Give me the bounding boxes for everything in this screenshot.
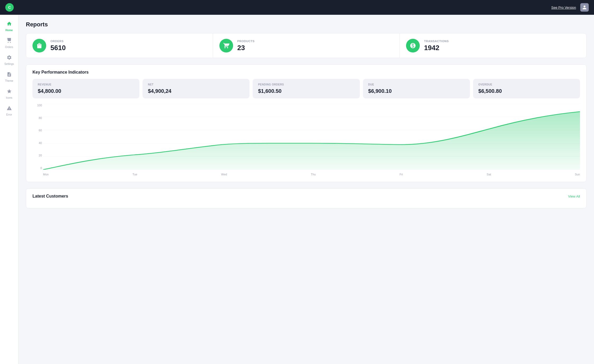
stat-info-orders: ORDERS 5610	[50, 40, 66, 52]
orders-icon	[7, 38, 12, 45]
avatar[interactable]	[580, 3, 589, 12]
main-content: Reports ORDERS 5610 PRODUCTS	[18, 15, 594, 364]
kpi-value-pending: $1,600.50	[258, 88, 354, 94]
kpi-card-net: NET $4,900,24	[143, 79, 249, 98]
sidebar-item-theme[interactable]: Theme	[1, 70, 17, 84]
sidebar-item-home[interactable]: Home	[1, 19, 17, 34]
kpi-label-net: NET	[148, 83, 244, 86]
main-layout: Home Orders Settings Theme	[0, 15, 594, 364]
chart-x-labels: Mon Tue Wed Thu Fri Sat Sun	[43, 171, 580, 178]
x-label-sun: Sun	[575, 173, 580, 176]
x-label-thu: Thu	[311, 173, 316, 176]
y-label-40: 40	[32, 141, 42, 145]
y-label-80: 80	[32, 116, 42, 119]
stat-value-orders: 5610	[50, 44, 66, 52]
x-label-fri: Fri	[399, 173, 403, 176]
stat-label-transactions: TRANSACTIONS	[424, 40, 449, 43]
stat-info-products: PRODUCTS 23	[237, 40, 255, 52]
kpi-title: Key Performance Indicators	[32, 70, 580, 75]
latest-customers-section: Latest Customers View All	[26, 188, 587, 208]
icons-icon	[7, 89, 12, 95]
user-icon	[582, 5, 587, 10]
y-label-100: 100	[32, 104, 42, 107]
stat-icon-transactions	[406, 39, 420, 52]
stats-row: ORDERS 5610 PRODUCTS 23	[26, 33, 587, 58]
stat-card-products: PRODUCTS 23	[213, 33, 400, 58]
settings-icon	[7, 55, 12, 61]
y-label-20: 20	[32, 154, 42, 157]
stat-card-transactions: TRANSACTIONS 1942	[400, 33, 586, 58]
sidebar-label-home: Home	[6, 29, 13, 32]
sidebar-item-icons[interactable]: Icons	[1, 87, 17, 101]
chart-area: 100 80 60 40 20 0	[32, 104, 580, 178]
kpi-label-pending: PENDING ORDERS	[258, 83, 354, 86]
kpi-value-overdue: $6,500.80	[478, 88, 575, 94]
sidebar-label-icons: Icons	[6, 96, 12, 99]
kpi-section: Key Performance Indicators REVENUE $4,80…	[26, 64, 587, 182]
logo-text: C	[8, 5, 11, 9]
error-icon	[7, 106, 12, 112]
kpi-card-overdue: OVERDUE $6,500.80	[473, 79, 580, 98]
sidebar-label-theme: Theme	[5, 79, 13, 82]
stat-label-orders: ORDERS	[50, 40, 66, 43]
y-label-60: 60	[32, 129, 42, 132]
chart-y-labels: 100 80 60 40 20 0	[32, 104, 42, 170]
sidebar-item-settings[interactable]: Settings	[1, 53, 17, 68]
navbar: C See Pro Version	[0, 0, 594, 15]
sidebar-label-settings: Settings	[4, 63, 14, 65]
stat-value-transactions: 1942	[424, 44, 449, 52]
theme-icon	[7, 72, 12, 78]
page-title: Reports	[26, 21, 587, 28]
view-all-link[interactable]: View All	[568, 194, 580, 198]
chart-fill	[43, 112, 580, 170]
kpi-value-revenue: $4,800.00	[38, 88, 134, 94]
x-label-mon: Mon	[43, 173, 49, 176]
kpi-value-due: $6,900.10	[368, 88, 465, 94]
kpi-card-pending: PENDING ORDERS $1,600.50	[253, 79, 360, 98]
sidebar-item-error[interactable]: Error	[1, 103, 17, 118]
stat-value-products: 23	[237, 44, 255, 52]
stat-card-orders: ORDERS 5610	[26, 33, 213, 58]
sidebar-label-error: Error	[6, 113, 12, 116]
stat-icon-products	[219, 39, 233, 52]
kpi-label-overdue: OVERDUE	[478, 83, 575, 86]
sidebar-item-orders[interactable]: Orders	[1, 36, 17, 51]
latest-customers-header: Latest Customers View All	[32, 194, 580, 199]
kpi-label-revenue: REVENUE	[38, 83, 134, 86]
chart-plot	[43, 104, 580, 170]
chart-svg	[43, 104, 580, 170]
sidebar: Home Orders Settings Theme	[0, 15, 18, 364]
navbar-right: See Pro Version	[551, 3, 589, 12]
kpi-label-due: DUE	[368, 83, 465, 86]
logo[interactable]: C	[5, 3, 14, 12]
kpi-row: REVENUE $4,800.00 NET $4,900,24 PENDING …	[32, 79, 580, 98]
x-label-sat: Sat	[487, 173, 491, 176]
y-label-0: 0	[32, 166, 42, 170]
sidebar-label-orders: Orders	[5, 46, 13, 49]
stat-icon-orders	[32, 39, 46, 52]
x-label-tue: Tue	[133, 173, 138, 176]
kpi-value-net: $4,900,24	[148, 88, 244, 94]
kpi-card-revenue: REVENUE $4,800.00	[32, 79, 139, 98]
home-icon	[7, 21, 12, 28]
stat-info-transactions: TRANSACTIONS 1942	[424, 40, 449, 52]
stat-label-products: PRODUCTS	[237, 40, 255, 43]
x-label-wed: Wed	[221, 173, 227, 176]
latest-customers-title: Latest Customers	[32, 194, 68, 199]
see-pro-link[interactable]: See Pro Version	[551, 6, 576, 9]
kpi-card-due: DUE $6,900.10	[363, 79, 470, 98]
